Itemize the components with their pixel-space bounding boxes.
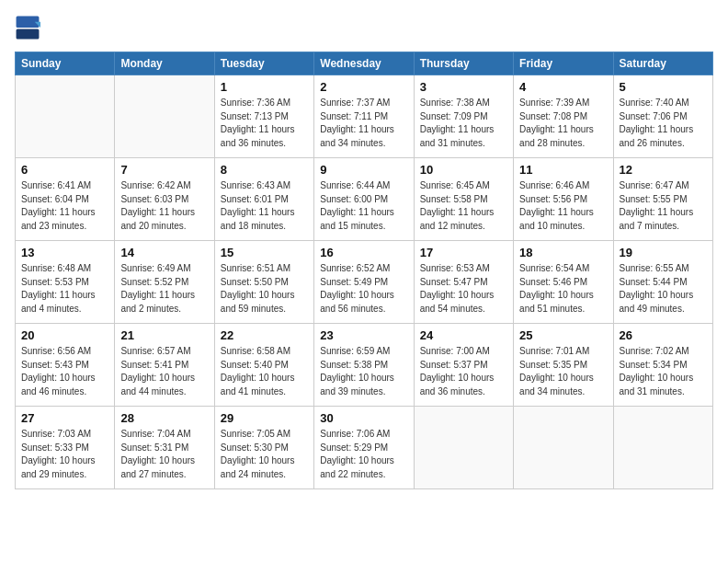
calendar-table: SundayMondayTuesdayWednesdayThursdayFrid…: [15, 52, 713, 489]
day-info: Sunrise: 7:06 AM Sunset: 5:29 PM Dayligh…: [320, 428, 407, 481]
day-info: Sunrise: 7:02 AM Sunset: 5:34 PM Dayligh…: [620, 345, 707, 398]
calendar-day: 9Sunrise: 6:44 AM Sunset: 6:00 PM Daylig…: [314, 158, 414, 241]
calendar-day: 2Sunrise: 7:37 AM Sunset: 7:11 PM Daylig…: [314, 75, 414, 158]
calendar-day: 12Sunrise: 6:47 AM Sunset: 5:55 PM Dayli…: [613, 158, 712, 241]
calendar-day: 21Sunrise: 6:57 AM Sunset: 5:41 PM Dayli…: [115, 324, 214, 407]
day-number: 12: [620, 163, 707, 177]
day-info: Sunrise: 6:52 AM Sunset: 5:49 PM Dayligh…: [320, 262, 407, 316]
day-info: Sunrise: 6:48 AM Sunset: 5:53 PM Dayligh…: [21, 262, 108, 316]
day-number: 7: [120, 163, 208, 177]
calendar-day: 14Sunrise: 6:49 AM Sunset: 5:52 PM Dayli…: [115, 241, 214, 324]
day-number: 16: [320, 246, 407, 259]
day-number: 25: [519, 328, 607, 342]
calendar-day: [115, 75, 214, 158]
day-number: 13: [21, 246, 108, 259]
day-info: Sunrise: 6:42 AM Sunset: 6:03 PM Dayligh…: [120, 179, 208, 233]
calendar-day: 17Sunrise: 6:53 AM Sunset: 5:47 PM Dayli…: [414, 241, 513, 324]
weekday-header-friday: Friday: [514, 52, 613, 75]
day-number: 20: [21, 328, 108, 342]
svg-rect-2: [17, 29, 40, 40]
day-info: Sunrise: 6:44 AM Sunset: 6:00 PM Dayligh…: [320, 179, 407, 233]
day-info: Sunrise: 6:49 AM Sunset: 5:52 PM Dayligh…: [120, 262, 208, 316]
day-info: Sunrise: 6:59 AM Sunset: 5:38 PM Dayligh…: [320, 345, 407, 398]
day-info: Sunrise: 6:51 AM Sunset: 5:50 PM Dayligh…: [221, 262, 308, 316]
day-number: 5: [620, 80, 707, 94]
calendar-day: 15Sunrise: 6:51 AM Sunset: 5:50 PM Dayli…: [214, 241, 313, 324]
day-info: Sunrise: 6:47 AM Sunset: 5:55 PM Dayligh…: [620, 179, 707, 233]
calendar-day: 24Sunrise: 7:00 AM Sunset: 5:37 PM Dayli…: [414, 324, 513, 407]
logo-icon: [15, 15, 40, 40]
day-info: Sunrise: 6:53 AM Sunset: 5:47 PM Dayligh…: [420, 262, 507, 316]
day-info: Sunrise: 6:43 AM Sunset: 6:01 PM Dayligh…: [221, 179, 308, 233]
day-info: Sunrise: 7:05 AM Sunset: 5:30 PM Dayligh…: [221, 428, 308, 481]
calendar-day: 20Sunrise: 6:56 AM Sunset: 5:43 PM Dayli…: [16, 324, 115, 407]
day-number: 19: [620, 246, 707, 259]
day-info: Sunrise: 6:54 AM Sunset: 5:46 PM Dayligh…: [519, 262, 607, 316]
calendar-day: 6Sunrise: 6:41 AM Sunset: 6:04 PM Daylig…: [16, 158, 115, 241]
day-number: 26: [620, 328, 707, 342]
calendar-week-3: 13Sunrise: 6:48 AM Sunset: 5:53 PM Dayli…: [16, 241, 713, 324]
calendar-day: 1Sunrise: 7:36 AM Sunset: 7:13 PM Daylig…: [214, 75, 313, 158]
day-number: 21: [120, 328, 208, 342]
day-info: Sunrise: 6:57 AM Sunset: 5:41 PM Dayligh…: [120, 345, 208, 398]
weekday-header-saturday: Saturday: [613, 52, 712, 75]
day-number: 22: [221, 328, 308, 342]
day-info: Sunrise: 7:04 AM Sunset: 5:31 PM Dayligh…: [120, 428, 208, 481]
day-number: 9: [320, 163, 407, 177]
day-number: 10: [420, 163, 507, 177]
calendar-week-5: 27Sunrise: 7:03 AM Sunset: 5:33 PM Dayli…: [16, 407, 713, 489]
day-info: Sunrise: 7:39 AM Sunset: 7:08 PM Dayligh…: [519, 97, 607, 150]
calendar-day: 22Sunrise: 6:58 AM Sunset: 5:40 PM Dayli…: [214, 324, 313, 407]
day-info: Sunrise: 6:41 AM Sunset: 6:04 PM Dayligh…: [21, 179, 108, 233]
day-number: 15: [221, 246, 308, 259]
day-info: Sunrise: 7:01 AM Sunset: 5:35 PM Dayligh…: [519, 345, 607, 398]
day-number: 28: [120, 411, 208, 425]
day-number: 8: [221, 163, 308, 177]
calendar-day: [613, 407, 712, 489]
logo: [15, 15, 44, 40]
day-number: 23: [320, 328, 407, 342]
calendar-day: 30Sunrise: 7:06 AM Sunset: 5:29 PM Dayli…: [314, 407, 414, 489]
day-number: 30: [320, 411, 407, 425]
calendar-day: 5Sunrise: 7:40 AM Sunset: 7:06 PM Daylig…: [613, 75, 712, 158]
calendar-day: 19Sunrise: 6:55 AM Sunset: 5:44 PM Dayli…: [613, 241, 712, 324]
calendar-day: 4Sunrise: 7:39 AM Sunset: 7:08 PM Daylig…: [514, 75, 613, 158]
day-number: 1: [221, 80, 308, 94]
calendar-day: 29Sunrise: 7:05 AM Sunset: 5:30 PM Dayli…: [214, 407, 313, 489]
calendar-header: SundayMondayTuesdayWednesdayThursdayFrid…: [16, 52, 713, 75]
calendar-day: 10Sunrise: 6:45 AM Sunset: 5:58 PM Dayli…: [414, 158, 513, 241]
calendar-day: 11Sunrise: 6:46 AM Sunset: 5:56 PM Dayli…: [514, 158, 613, 241]
day-number: 27: [21, 411, 108, 425]
day-info: Sunrise: 6:56 AM Sunset: 5:43 PM Dayligh…: [21, 345, 108, 398]
day-info: Sunrise: 7:38 AM Sunset: 7:09 PM Dayligh…: [420, 97, 507, 150]
day-info: Sunrise: 6:55 AM Sunset: 5:44 PM Dayligh…: [620, 262, 707, 316]
day-info: Sunrise: 6:46 AM Sunset: 5:56 PM Dayligh…: [519, 179, 607, 233]
day-info: Sunrise: 6:45 AM Sunset: 5:58 PM Dayligh…: [420, 179, 507, 233]
day-info: Sunrise: 7:03 AM Sunset: 5:33 PM Dayligh…: [21, 428, 108, 481]
day-info: Sunrise: 6:58 AM Sunset: 5:40 PM Dayligh…: [221, 345, 308, 398]
weekday-header-sunday: Sunday: [16, 52, 115, 75]
calendar-week-1: 1Sunrise: 7:36 AM Sunset: 7:13 PM Daylig…: [16, 75, 713, 158]
calendar-day: 7Sunrise: 6:42 AM Sunset: 6:03 PM Daylig…: [115, 158, 214, 241]
weekday-header-monday: Monday: [115, 52, 214, 75]
weekday-row: SundayMondayTuesdayWednesdayThursdayFrid…: [16, 52, 713, 75]
weekday-header-thursday: Thursday: [414, 52, 513, 75]
day-number: 29: [221, 411, 308, 425]
weekday-header-tuesday: Tuesday: [214, 52, 313, 75]
calendar-day: 3Sunrise: 7:38 AM Sunset: 7:09 PM Daylig…: [414, 75, 513, 158]
day-number: 6: [21, 163, 108, 177]
calendar-week-2: 6Sunrise: 6:41 AM Sunset: 6:04 PM Daylig…: [16, 158, 713, 241]
calendar-day: [414, 407, 513, 489]
day-info: Sunrise: 7:00 AM Sunset: 5:37 PM Dayligh…: [420, 345, 507, 398]
day-number: 14: [120, 246, 208, 259]
calendar-day: 25Sunrise: 7:01 AM Sunset: 5:35 PM Dayli…: [514, 324, 613, 407]
day-number: 18: [519, 246, 607, 259]
calendar-week-4: 20Sunrise: 6:56 AM Sunset: 5:43 PM Dayli…: [16, 324, 713, 407]
day-info: Sunrise: 7:40 AM Sunset: 7:06 PM Dayligh…: [620, 97, 707, 150]
day-number: 3: [420, 80, 507, 94]
calendar-day: [514, 407, 613, 489]
calendar-body: 1Sunrise: 7:36 AM Sunset: 7:13 PM Daylig…: [16, 75, 713, 489]
calendar-day: 16Sunrise: 6:52 AM Sunset: 5:49 PM Dayli…: [314, 241, 414, 324]
calendar-day: 28Sunrise: 7:04 AM Sunset: 5:31 PM Dayli…: [115, 407, 214, 489]
day-number: 11: [519, 163, 607, 177]
